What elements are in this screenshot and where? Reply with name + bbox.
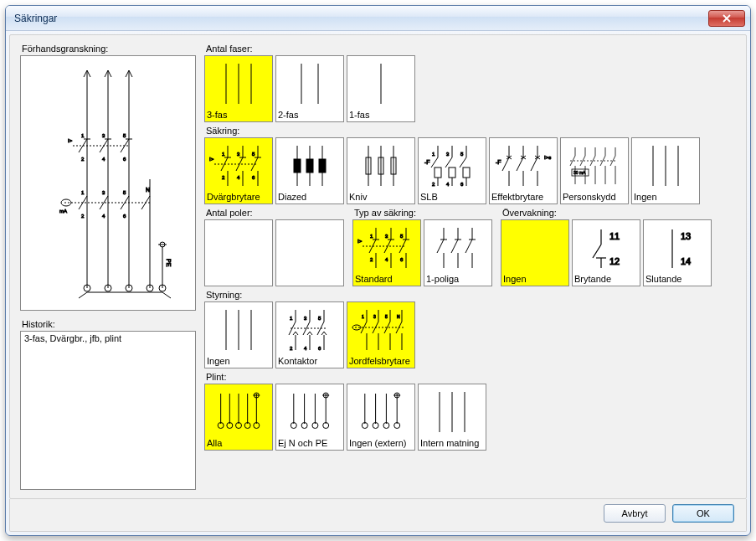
svg-text:1: 1 [81, 133, 85, 138]
tile-terminal-3[interactable]: Intern matning [418, 384, 486, 451]
tile-monitor-1-icon: 1112 [574, 222, 638, 274]
svg-line-92 [460, 157, 466, 167]
tile-control-2-icon: 135N [349, 304, 413, 356]
tile-fuse-3-icon: 123456-F [420, 140, 484, 192]
svg-text:2: 2 [222, 175, 225, 180]
svg-text:6: 6 [460, 182, 464, 187]
svg-text:1: 1 [222, 152, 225, 157]
tile-phases-0[interactable]: 3-fas [204, 55, 273, 122]
tile-terminal-1[interactable]: Ej N och PE [275, 384, 344, 451]
tile-monitor-2[interactable]: 1314Slutande [643, 219, 712, 286]
terminal-label: Plint: [206, 372, 736, 382]
svg-text:3: 3 [102, 190, 105, 195]
tile-fuse-6[interactable]: Ingen [631, 137, 700, 204]
tile-phases-1-label: 2-fas [278, 110, 342, 120]
tile-control-2-label: Jordfelsbrytare [349, 356, 413, 366]
window-title: Säkringar [11, 13, 708, 24]
tile-fuse-5[interactable]: 30 mAPersonskydd [560, 137, 629, 204]
tile-terminal-2[interactable]: Ingen (extern) [347, 384, 415, 451]
tile-control-0-icon [207, 304, 270, 356]
close-button[interactable] [708, 10, 745, 27]
svg-text:5: 5 [400, 234, 404, 239]
tile-fuse-3[interactable]: 123456-FSLB [418, 137, 486, 204]
tile-phases-1[interactable]: 2-fas [275, 55, 344, 122]
tile-control-1[interactable]: 123456Kontaktor [275, 301, 344, 368]
svg-text:N: N [146, 187, 150, 193]
tile-monitor-2-icon: 1314 [645, 222, 709, 274]
svg-text:6: 6 [252, 175, 255, 180]
preview-label: Förhandsgranskning: [22, 44, 196, 54]
tile-poles-0[interactable] [204, 219, 273, 286]
preview-schematic-icon: I> 135 246 N 135 [41, 62, 175, 305]
svg-line-23 [100, 196, 108, 209]
tile-fuse-0-label: Dvärgbrytare [207, 192, 270, 202]
tile-phases-0-label: 3-fas [207, 110, 270, 120]
tile-phases-2[interactable]: 1-fas [347, 55, 415, 122]
svg-rect-70 [306, 159, 313, 173]
svg-line-157 [437, 240, 444, 253]
left-column: Förhandsgranskning: I> 135 [20, 44, 196, 490]
section-mid: Antal poler: Typ av säkring: 123456I>Sta… [204, 208, 736, 286]
tile-fuse-2[interactable]: Kniv [347, 137, 415, 204]
tile-fuse-6-icon [634, 140, 697, 192]
tile-control-1-label: Kontaktor [278, 356, 342, 366]
svg-text:5: 5 [318, 316, 321, 321]
group-poles: Antal poler: [204, 208, 344, 286]
history-item[interactable]: 3-fas, Dvärgbr., jfb, plint [24, 333, 192, 343]
tile-control-0[interactable]: Ingen [204, 301, 273, 368]
svg-text:2: 2 [432, 182, 435, 187]
tile-monitor-2-label: Slutande [645, 274, 709, 284]
tile-poles-1[interactable] [275, 219, 344, 286]
tile-terminal-0-label: Alla [207, 438, 270, 448]
tile-fusetype-1[interactable]: 1-poliga [424, 219, 492, 286]
fuse-label: Säkring: [206, 126, 736, 136]
svg-text:3: 3 [304, 316, 307, 321]
svg-rect-81 [435, 167, 441, 178]
tile-fusetype-0[interactable]: 123456I>Standard [352, 219, 421, 286]
svg-text:4: 4 [446, 182, 450, 187]
svg-text:4: 4 [385, 257, 388, 262]
svg-text:6: 6 [318, 346, 321, 351]
svg-text:1: 1 [81, 190, 85, 195]
history-list[interactable]: 3-fas, Dvärgbr., jfb, plint [20, 331, 196, 490]
svg-rect-68 [294, 159, 301, 173]
tile-terminal-0[interactable]: Alla [204, 384, 273, 451]
tile-fuse-0-icon: 123456I> [207, 140, 270, 192]
svg-line-80 [431, 157, 438, 167]
tile-control-0-label: Ingen [207, 356, 270, 366]
tile-monitor-0[interactable]: Ingen [501, 219, 569, 286]
svg-rect-72 [319, 159, 326, 173]
svg-text:3: 3 [373, 314, 376, 319]
svg-line-161 [451, 240, 458, 253]
group-monitor: Övervakning: Ingen1112Brytande1314Slutan… [501, 208, 712, 286]
svg-text:1: 1 [432, 152, 435, 157]
content-area: Förhandsgranskning: I> 135 [9, 34, 747, 499]
tile-terminal-3-label: Intern matning [420, 438, 484, 448]
ok-button[interactable]: OK [672, 504, 734, 523]
section-terminal: Plint: AllaEj N och PEIngen (extern)Inte… [204, 372, 736, 451]
svg-text:2: 2 [370, 257, 373, 262]
tile-fuse-0[interactable]: 123456I>Dvärgbrytare [204, 137, 273, 204]
tile-fuse-1[interactable]: Diazed [275, 137, 344, 204]
tile-control-2[interactable]: 135NJordfelsbrytare [347, 301, 415, 368]
svg-text:3: 3 [446, 152, 450, 157]
tile-monitor-1[interactable]: 1112Brytande [572, 219, 640, 286]
tile-poles-0-icon [207, 222, 270, 284]
dialog-window: Säkringar Förhandsgranskning: I> 135 [5, 5, 751, 536]
svg-text:11: 11 [609, 231, 620, 241]
phases-label: Antal faser: [206, 44, 736, 54]
svg-text:6: 6 [123, 157, 126, 162]
svg-text:2: 2 [81, 214, 85, 219]
cancel-button[interactable]: Avbryt [604, 504, 666, 523]
svg-text:N: N [397, 314, 400, 319]
svg-text:4: 4 [237, 175, 240, 180]
tile-fuse-4[interactable]: I>s-FEffektbrytare [489, 137, 558, 204]
svg-text:PE: PE [166, 259, 172, 267]
footer: Avbryt OK [9, 499, 747, 532]
svg-text:1: 1 [370, 234, 373, 239]
tile-terminal-1-icon [278, 386, 342, 438]
svg-text:I>: I> [68, 138, 73, 143]
control-label: Styrning: [206, 290, 736, 300]
svg-rect-87 [449, 167, 455, 178]
close-icon [723, 14, 731, 23]
